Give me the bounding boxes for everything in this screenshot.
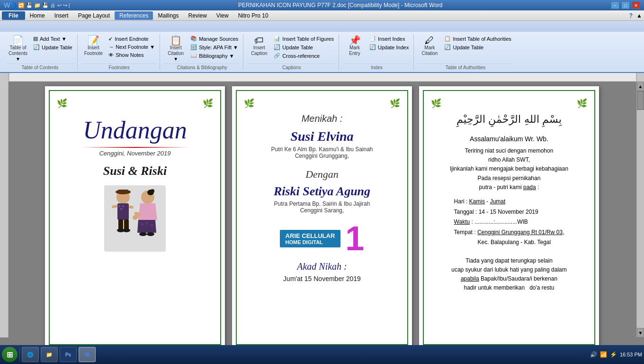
- svg-rect-12: [124, 219, 129, 230]
- help-icon[interactable]: ?: [629, 12, 633, 19]
- card-inner: 🌿🌿 Undangan Cenggini, November 2019 Susi…: [52, 93, 218, 342]
- menu-review[interactable]: Review: [183, 11, 211, 20]
- couple-illustration: [104, 185, 166, 252]
- window-controls[interactable]: − □ ✕: [611, 1, 640, 9]
- card2-akad-date: Jum'at 15 November 2019: [283, 275, 361, 282]
- ribbon-tab-bar: [0, 21, 644, 32]
- cross-reference-button[interactable]: 🔗 Cross-reference: [272, 52, 336, 60]
- toc-group: 📄 Table ofContents ▼ ▤ Add Text ▼ 🔄 Upda…: [3, 34, 78, 70]
- taskbar-word-icon[interactable]: W: [79, 347, 96, 362]
- insert-citation-button[interactable]: 📋 InsertCitation ▼: [164, 35, 188, 63]
- next-footnote-button[interactable]: → Next Footnote ▼: [107, 43, 157, 51]
- mark-citation-icon: 🖊: [425, 36, 434, 45]
- windows-logo: ⊞: [7, 350, 13, 359]
- insert-footnote-button[interactable]: 📝 InsertFootnote: [81, 35, 106, 57]
- card2-akad-label: Akad Nikah :: [297, 261, 347, 272]
- insert-index-button[interactable]: 📑 Insert Index: [367, 35, 411, 43]
- card1-date: Cenggini, November 2019: [99, 150, 170, 157]
- update-toa-button[interactable]: 🔄 Update Table: [442, 43, 513, 51]
- update-captions-button[interactable]: 🔄 Update Table: [272, 43, 336, 51]
- card2-bride-desc: Putri Ke 6 Alm Bp. Kasmu'i & Ibu Sainah …: [271, 146, 373, 159]
- caption-icon: 🏷: [254, 36, 264, 45]
- insert-toa-button[interactable]: 📋 Insert Table of Authorities: [442, 35, 513, 43]
- ribbon: 📄 Table ofContents ▼ ▤ Add Text ▼ 🔄 Upda…: [0, 21, 644, 73]
- invitation-card-1: 🌿🌿 Undangan Cenggini, November 2019 Susi…: [45, 86, 225, 349]
- manage-sources-button[interactable]: 📚 Manage Sources: [188, 35, 240, 43]
- svg-rect-23: [146, 222, 148, 225]
- insert-endnote-button[interactable]: ↙ Insert Endnote: [107, 35, 157, 43]
- minimize-button[interactable]: −: [611, 1, 619, 9]
- svg-rect-15: [128, 205, 134, 209]
- add-text-button[interactable]: ▤ Add Text ▼: [31, 35, 74, 43]
- invitation-card-3: 🌿🌿 بِسْمِ اللهِ الرَّحْمٰنِ الرَّحِيْمِ …: [419, 86, 599, 349]
- maximize-button[interactable]: □: [621, 1, 630, 9]
- svg-point-26: [147, 232, 154, 236]
- toc-button[interactable]: 📄 Table ofContents ▼: [6, 35, 30, 63]
- ruler: for(let i=0;i<30;i++){ document.currentS…: [0, 73, 644, 82]
- card2-number: 1: [345, 221, 364, 255]
- bibliography-button[interactable]: 📖 Bibliography ▼: [188, 52, 240, 60]
- insert-caption-button[interactable]: 🏷 InsertCaption: [247, 35, 271, 57]
- card3-schedule: Hari : Kamis - Jumat Tanggal : 14 - 15 N…: [454, 197, 564, 248]
- ribbon-collapse-icon[interactable]: ▲: [636, 12, 642, 19]
- card2-menikah: Menikah :: [302, 113, 343, 124]
- arabic-text: بِسْمِ اللهِ الرَّحْمٰنِ الرَّحِيْمِ: [456, 113, 561, 126]
- svg-rect-8: [118, 205, 120, 207]
- toc-group-content: 📄 Table ofContents ▼ ▤ Add Text ▼ 🔄 Upda…: [6, 34, 74, 64]
- captions-secondary: 📊 Insert Table of Figures 🔄 Update Table…: [272, 35, 336, 60]
- mark-entry-button[interactable]: 📌 MarkEntry: [343, 35, 367, 57]
- app-logo: W: [4, 1, 10, 9]
- update-toc-button[interactable]: 🔄 Update Table: [31, 43, 74, 51]
- toa-secondary: 📋 Insert Table of Authorities 🔄 Update T…: [442, 35, 513, 51]
- taskbar-browser-icon[interactable]: 🌐: [22, 347, 39, 362]
- footnotes-secondary: ↙ Insert Endnote → Next Footnote ▼ 👁 Sho…: [107, 35, 157, 59]
- close-button[interactable]: ✕: [632, 1, 640, 9]
- insert-table-figures-button[interactable]: 📊 Insert Table of Figures: [272, 35, 336, 43]
- svg-rect-22: [141, 223, 143, 226]
- card2-groom-desc: Putra Pertama Bp. Sairin & Ibu Jajirah C…: [274, 200, 370, 214]
- card3-inner: 🌿🌿 بِسْمِ اللهِ الرَّحْمٰنِ الرَّحِيْمِ …: [426, 93, 592, 342]
- menu-file[interactable]: File: [2, 11, 25, 20]
- svg-rect-9: [122, 205, 124, 207]
- card3-body: Teriring niat suci dengan memohon ridho …: [450, 146, 568, 192]
- flower-top-2: 🌿🌿: [244, 98, 400, 109]
- taskbar-photoshop-icon[interactable]: Ps: [60, 347, 77, 362]
- index-group-content: 📌 MarkEntry 📑 Insert Index 🔄 Update Inde…: [343, 34, 411, 64]
- taskbar: ⊞ 🌐 📁 Ps W 🔊 📶 ⚡ 16:53 PM: [0, 345, 644, 364]
- menu-nitro[interactable]: Nitro Pro 10: [233, 11, 273, 20]
- toc-group-label: Table of Contents: [6, 64, 74, 70]
- system-tray: 🔊 📶 ⚡ 16:53 PM: [590, 351, 642, 358]
- svg-marker-20: [138, 203, 157, 220]
- card1-title: Undangan: [83, 118, 187, 143]
- start-button[interactable]: ⊞: [2, 347, 18, 362]
- toc-icon: 📄: [12, 36, 24, 45]
- menu-insert[interactable]: Insert: [50, 11, 73, 20]
- document-area: 🌿🌿 Undangan Cenggini, November 2019 Susi…: [0, 82, 644, 354]
- toc-secondary-buttons: ▤ Add Text ▼ 🔄 Update Table: [31, 35, 74, 51]
- mark-entry-icon: 📌: [349, 36, 361, 45]
- footnotes-group-label: Footnotes: [81, 64, 157, 70]
- advertisement-row: ARIE CELLULAR HOME DIGITAL 1: [280, 221, 365, 255]
- taskbar-folder-icon[interactable]: 📁: [41, 347, 58, 362]
- captions-group: 🏷 InsertCaption 📊 Insert Table of Figure…: [244, 34, 339, 70]
- horizontal-ruler: for(let i=0;i<30;i++){ document.currentS…: [9, 73, 636, 81]
- menu-view[interactable]: View: [212, 11, 233, 20]
- flower-top: 🌿🌿: [57, 98, 213, 109]
- menu-home[interactable]: Home: [25, 11, 50, 20]
- tray-icon-2: 📶: [600, 351, 607, 358]
- citations-group: 📋 InsertCitation ▼ 📚 Manage Sources 🔡 St…: [161, 34, 243, 70]
- tray-icon-1: 🔊: [590, 351, 597, 358]
- mark-citation-button[interactable]: 🖊 MarkCitation: [418, 35, 441, 57]
- index-group: 📌 MarkEntry 📑 Insert Index 🔄 Update Inde…: [340, 34, 414, 70]
- flower-top-3: 🌿🌿: [431, 98, 587, 109]
- show-notes-button[interactable]: 👁 Show Notes: [107, 51, 157, 59]
- citations-secondary: 📚 Manage Sources 🔡 Style: APA Fift ▼ 📖 B…: [188, 35, 240, 60]
- style-dropdown[interactable]: 🔡 Style: APA Fift ▼: [188, 43, 240, 51]
- vertical-scrollbar[interactable]: ▲ ▼: [636, 82, 644, 337]
- menu-page-layout[interactable]: Page Layout: [73, 11, 115, 20]
- update-index-button[interactable]: 🔄 Update Index: [367, 43, 411, 51]
- svg-marker-21: [137, 220, 156, 233]
- menu-references[interactable]: References: [115, 11, 153, 20]
- taskbar-separator: [19, 348, 20, 361]
- menu-mailings[interactable]: Mailings: [153, 11, 183, 20]
